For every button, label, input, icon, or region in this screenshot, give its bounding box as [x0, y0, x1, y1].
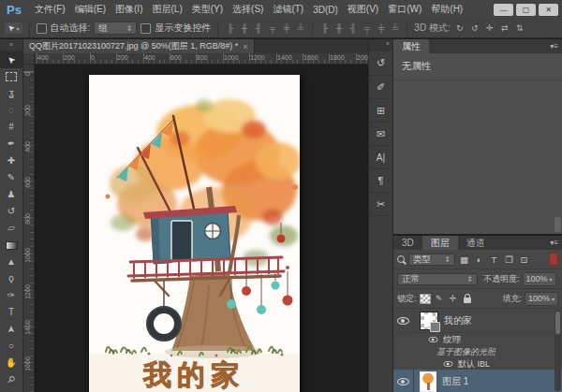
- shape-tool[interactable]: ○: [0, 338, 22, 355]
- properties-scrollbar[interactable]: [555, 217, 561, 232]
- align-top-edges-icon[interactable]: ╤: [267, 23, 277, 33]
- distribute-right-icon[interactable]: ╢: [348, 23, 358, 33]
- quick-selection-tool[interactable]: ◌: [0, 102, 22, 119]
- filter-toggle[interactable]: [549, 253, 558, 266]
- distribute-bottom-icon[interactable]: ╧: [390, 23, 400, 33]
- hand-tool[interactable]: ✋: [0, 355, 22, 371]
- 3d-scale-icon[interactable]: ⇅: [514, 23, 525, 33]
- panel-menu-icon[interactable]: ▾≡: [550, 42, 562, 51]
- menu-select[interactable]: 选择(S): [228, 3, 268, 16]
- spot-healing-brush-tool[interactable]: ✚: [0, 152, 22, 169]
- collapse-tools-icon[interactable]: »: [0, 39, 22, 51]
- history-panel-icon[interactable]: ↺: [369, 51, 392, 76]
- blur-tool[interactable]: ▲: [0, 254, 22, 270]
- layer-row-layer1-selected[interactable]: 图层 1: [393, 370, 562, 392]
- menu-edit[interactable]: 编辑(E): [70, 3, 111, 16]
- eraser-tool[interactable]: ▱: [0, 220, 22, 237]
- eye-icon[interactable]: [444, 361, 453, 367]
- brush-tool[interactable]: ✎: [0, 169, 22, 186]
- type-tool[interactable]: T: [0, 304, 22, 321]
- tab-close-icon[interactable]: ×: [243, 42, 247, 51]
- distribute-v-centers-icon[interactable]: ╪: [376, 23, 386, 33]
- layer-row-default-ibl[interactable]: 默认 IBL: [393, 358, 562, 370]
- align-bottom-edges-icon[interactable]: ╧: [295, 23, 305, 33]
- menu-file[interactable]: 文件(F): [30, 3, 70, 16]
- distribute-left-icon[interactable]: ╟: [319, 23, 330, 33]
- horizontal-ruler[interactable]: 400 200 0 200 400 600 800 1000 1200 1400…: [35, 53, 368, 65]
- align-left-edges-icon[interactable]: ╟: [225, 23, 235, 33]
- lasso-tool[interactable]: ʓ: [0, 85, 22, 102]
- blend-mode-dropdown[interactable]: 正常 ⇕: [397, 273, 478, 285]
- menu-type[interactable]: 类型(Y): [187, 3, 228, 16]
- 3d-drag-icon[interactable]: ✛: [484, 23, 495, 33]
- rectangular-marquee-tool[interactable]: [0, 68, 22, 85]
- tab-layers[interactable]: 图层: [422, 236, 458, 250]
- layer-thumbnail[interactable]: [420, 312, 438, 330]
- zoom-tool[interactable]: ⚲: [0, 371, 22, 388]
- tab-3d[interactable]: 3D: [393, 236, 422, 250]
- character-panel-icon[interactable]: A|: [369, 146, 392, 169]
- menu-view[interactable]: 视图(V): [343, 3, 383, 16]
- menu-layer[interactable]: 图层(L): [147, 3, 186, 16]
- brush-presets-panel-icon[interactable]: ✐: [369, 76, 392, 99]
- layer-name[interactable]: 图层 1: [442, 375, 468, 388]
- layer-name[interactable]: 纹理: [443, 334, 461, 346]
- paragraph-panel-icon[interactable]: ¶: [369, 169, 392, 193]
- history-brush-tool[interactable]: ↺: [0, 203, 22, 220]
- distribute-top-icon[interactable]: ╤: [362, 23, 372, 33]
- pen-tool[interactable]: ✑: [0, 287, 22, 304]
- lock-position-icon[interactable]: ✛: [448, 294, 459, 303]
- artwork[interactable]: 我的家: [89, 75, 300, 392]
- minimize-button[interactable]: —: [494, 4, 513, 16]
- canvas-area[interactable]: 我的家: [35, 65, 368, 392]
- menu-image[interactable]: 图像(I): [111, 3, 147, 16]
- auto-select-dropdown[interactable]: 组 ⇕: [94, 22, 137, 35]
- document-page[interactable]: 我的家: [89, 75, 300, 392]
- visibility-toggle[interactable]: [393, 309, 414, 332]
- align-right-edges-icon[interactable]: ╢: [253, 23, 263, 33]
- auto-select-checkbox[interactable]: [37, 23, 47, 34]
- 3d-roll-icon[interactable]: ↺: [469, 23, 481, 33]
- filter-type-dropdown[interactable]: 类型 ⇕: [408, 254, 455, 266]
- distribute-h-centers-icon[interactable]: ╫: [333, 23, 344, 33]
- layer-row-texture[interactable]: 纹理: [393, 333, 562, 346]
- layers-scrollbar[interactable]: [555, 310, 561, 391]
- 3d-rotate-icon[interactable]: ↻: [454, 23, 466, 33]
- clone-source-panel-icon[interactable]: ⊞: [369, 99, 392, 123]
- tool-presets-panel-icon[interactable]: ✂: [369, 193, 392, 216]
- layer-name[interactable]: 默认 IBL: [458, 358, 490, 370]
- move-tool[interactable]: ➤: [0, 51, 22, 68]
- path-selection-tool[interactable]: ➤: [0, 321, 22, 338]
- layer-thumbnail[interactable]: [420, 371, 436, 392]
- filter-shape-icon[interactable]: ❐: [503, 254, 515, 265]
- expand-panels-icon[interactable]: «: [369, 39, 392, 51]
- menu-window[interactable]: 窗口(W): [383, 3, 426, 16]
- layer-row-wodejia[interactable]: 我的家: [393, 309, 562, 333]
- lock-transparency-icon[interactable]: [420, 294, 431, 304]
- current-tool-indicator[interactable]: ➤ ▾: [5, 22, 22, 34]
- scrollbar-thumb[interactable]: [555, 312, 560, 334]
- filter-adjustment-icon[interactable]: ◐: [473, 254, 485, 265]
- eyedropper-tool[interactable]: ✒: [0, 136, 22, 152]
- visibility-toggle[interactable]: [393, 370, 414, 392]
- 3d-slide-icon[interactable]: ⇄: [499, 23, 510, 33]
- lock-all-icon[interactable]: [464, 298, 471, 303]
- clone-stamp-tool[interactable]: ♟: [0, 186, 22, 203]
- maximize-button[interactable]: ▢: [516, 4, 536, 16]
- align-v-centers-icon[interactable]: ╪: [281, 23, 291, 33]
- filter-type-layer-icon[interactable]: T: [488, 254, 500, 265]
- close-button[interactable]: ✕: [539, 4, 558, 16]
- filter-pixel-icon[interactable]: ▦: [458, 254, 470, 265]
- gradient-tool[interactable]: [0, 237, 22, 254]
- eye-icon[interactable]: [429, 337, 438, 342]
- filter-smart-object-icon[interactable]: ⊡: [518, 254, 530, 265]
- notes-panel-icon[interactable]: ✉: [369, 123, 392, 146]
- align-h-centers-icon[interactable]: ╫: [239, 23, 249, 33]
- vertical-ruler[interactable]: 0 200 400 600 800 1000 1200 1400 1600 18…: [23, 65, 35, 392]
- menu-3d[interactable]: 3D(D): [308, 5, 343, 15]
- menu-filter[interactable]: 滤镜(T): [268, 3, 308, 16]
- panel-menu-icon[interactable]: ▾≡: [550, 239, 562, 247]
- crop-tool[interactable]: #: [0, 119, 22, 136]
- dodge-tool[interactable]: ϙ: [0, 270, 22, 287]
- lock-pixels-icon[interactable]: ✎: [434, 294, 445, 303]
